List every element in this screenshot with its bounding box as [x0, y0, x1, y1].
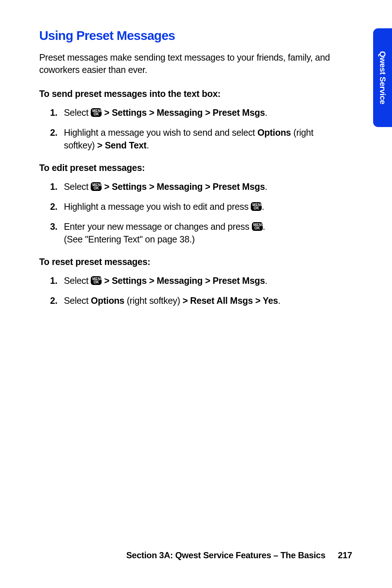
step-item: Highlight a message you wish to edit and…	[39, 200, 340, 213]
step-list: Select MENUOK > Settings > Messaging > P…	[39, 106, 340, 152]
side-tab: Qwest Service	[373, 28, 392, 127]
step-item: Select Options (right softkey) > Reset A…	[39, 294, 340, 307]
menu-ok-key-icon: MENUOK	[252, 222, 263, 231]
menu-ok-key-icon: MENUOK	[251, 202, 262, 211]
step-item: Select MENUOK > Settings > Messaging > P…	[39, 274, 340, 287]
page-footer: Section 3A: Qwest Service Features – The…	[126, 550, 352, 560]
page-heading: Using Preset Messages	[39, 28, 340, 43]
step-item: Select MENUOK > Settings > Messaging > P…	[39, 180, 340, 193]
step-item: Enter your new message or changes and pr…	[39, 220, 340, 246]
step-item: Highlight a message you wish to send and…	[39, 126, 340, 152]
page-number: 217	[338, 550, 352, 560]
section-subhead: To reset preset messages:	[39, 257, 340, 267]
page-content: Using Preset Messages Preset messages ma…	[39, 28, 340, 318]
section-subhead: To edit preset messages:	[39, 163, 340, 173]
side-tab-label: Qwest Service	[378, 51, 387, 105]
section-subhead: To send preset messages into the text bo…	[39, 89, 340, 99]
menu-ok-key-icon: MENUOK	[91, 276, 102, 285]
step-list: Select MENUOK > Settings > Messaging > P…	[39, 274, 340, 307]
step-item: Select MENUOK > Settings > Messaging > P…	[39, 106, 340, 119]
intro-paragraph: Preset messages make sending text messag…	[39, 52, 340, 76]
menu-ok-key-icon: MENUOK	[91, 182, 102, 191]
step-list: Select MENUOK > Settings > Messaging > P…	[39, 180, 340, 246]
footer-text: Section 3A: Qwest Service Features – The…	[126, 550, 326, 560]
menu-ok-key-icon: MENUOK	[91, 108, 102, 117]
